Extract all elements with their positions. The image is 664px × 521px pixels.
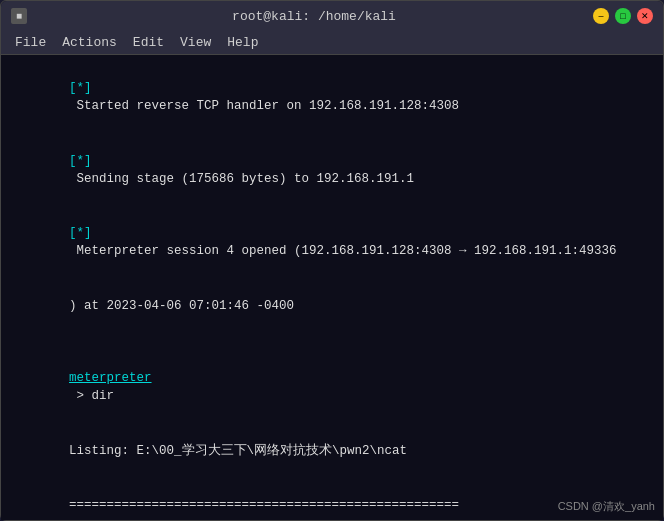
line-3: [*] Meterpreter session 4 opened (192.16…: [9, 206, 655, 279]
menu-view[interactable]: View: [174, 33, 217, 52]
menu-file[interactable]: File: [9, 33, 52, 52]
menu-bar: File Actions Edit View Help: [1, 31, 663, 55]
line-6: Listing: E:\00_学习大三下\网络对抗技术\pwn2\ncat: [9, 424, 655, 478]
window-title: root@kali: /home/kali: [232, 9, 396, 24]
terminal-wrapper: [*] Started reverse TCP handler on 192.1…: [1, 55, 663, 520]
line-4: ) at 2023-04-06 07:01:46 -0400: [9, 279, 655, 333]
blank-1: [9, 333, 655, 351]
terminal-body[interactable]: [*] Started reverse TCP handler on 192.1…: [1, 55, 663, 520]
title-bar: ■ root@kali: /home/kali – □ ✕: [1, 1, 663, 31]
watermark: CSDN @清欢_yanh: [558, 499, 655, 514]
title-bar-left: ■: [11, 8, 35, 24]
line-2: [*] Sending stage (175686 bytes) to 192.…: [9, 134, 655, 207]
menu-actions[interactable]: Actions: [56, 33, 123, 52]
menu-help[interactable]: Help: [221, 33, 264, 52]
minimize-button[interactable]: –: [593, 8, 609, 24]
line-5: meterpreter > dir: [9, 351, 655, 424]
terminal-icon: ■: [11, 8, 27, 24]
menu-edit[interactable]: Edit: [127, 33, 170, 52]
close-button[interactable]: ✕: [637, 8, 653, 24]
maximize-button[interactable]: □: [615, 8, 631, 24]
window-controls: – □ ✕: [593, 8, 653, 24]
terminal-window: ■ root@kali: /home/kali – □ ✕ File Actio…: [0, 0, 664, 521]
line-1: [*] Started reverse TCP handler on 192.1…: [9, 61, 655, 134]
